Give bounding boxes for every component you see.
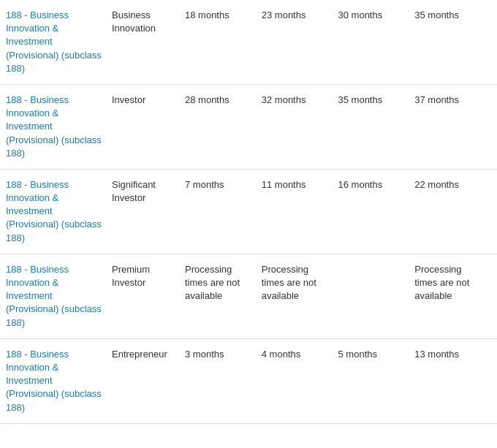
time-col-2: Processing times are not available (262, 263, 338, 303)
time-col-1: 18 months (185, 9, 262, 22)
visa-column: 188 - Business Innovation & Investment (… (6, 348, 112, 414)
table-row: 188 - Business Innovation & Investment (… (0, 85, 497, 170)
time-col-1: 7 months (185, 178, 262, 191)
time-text: 18 months (185, 10, 229, 20)
time-col-3: 35 months (338, 94, 415, 107)
time-col-4: Processing times are not available (414, 263, 491, 303)
stream-column: Premium Investor (112, 263, 185, 289)
time-col-3: 16 months (338, 178, 415, 191)
visa-column: 188 - Business Innovation & Investment (… (6, 94, 112, 160)
time-text: Processing times are not available (262, 264, 316, 301)
visa-link[interactable]: 188 - Business Innovation & Investment (… (6, 94, 102, 159)
time-text: 23 months (262, 10, 306, 20)
time-text: 37 months (414, 94, 459, 105)
visa-link[interactable]: 188 - Business Innovation & Investment (… (6, 349, 102, 413)
stream-text: Investor (112, 94, 145, 105)
visa-link[interactable]: 188 - Business Innovation & Investment (… (6, 264, 102, 328)
stream-column: Investor (112, 94, 185, 107)
table-row: 188 - Business Innovation & Investment (… (0, 339, 497, 424)
time-text: 7 months (185, 179, 224, 190)
time-text: 11 months (262, 179, 306, 190)
time-col-1: Processing times are not available (185, 263, 262, 303)
time-col-2: 11 months (262, 178, 338, 191)
time-col-4: 13 months (414, 348, 491, 361)
stream-text: Premium Investor (112, 264, 150, 288)
time-text: 28 months (185, 94, 229, 105)
stream-column: Significant Investor (112, 178, 185, 205)
time-text: 16 months (338, 179, 383, 190)
visa-link[interactable]: 188 - Business Innovation & Investment (… (6, 179, 102, 243)
time-text: 32 months (262, 94, 306, 105)
time-col-3: 30 months (338, 9, 415, 22)
time-text: 30 months (338, 10, 383, 20)
time-text: 35 months (414, 10, 459, 20)
stream-text: Significant Investor (112, 179, 156, 203)
table-row: 188 - Business Innovation & Investment (… (0, 254, 497, 339)
time-text: 13 months (414, 349, 459, 360)
time-text: Processing times are not available (414, 264, 469, 301)
visa-column: 188 - Business Innovation & Investment (… (6, 263, 112, 330)
time-col-4: 35 months (414, 9, 491, 22)
time-col-4: 37 months (414, 94, 491, 107)
time-col-1: 28 months (185, 94, 262, 107)
time-col-2: 23 months (262, 9, 338, 22)
stream-text: Entrepreneur (112, 349, 167, 360)
visa-column: 188 - Business Innovation & Investment (… (6, 9, 112, 75)
time-text: 5 months (338, 349, 377, 360)
time-text: Processing times are not available (185, 264, 240, 301)
time-text: 22 months (414, 179, 459, 190)
stream-column: Business Innovation (112, 9, 185, 35)
time-col-1: 3 months (185, 348, 262, 361)
table-row: 188 - Business Innovation & Investment (… (0, 170, 497, 254)
visa-column: 188 - Business Innovation & Investment (… (6, 178, 112, 245)
visa-link[interactable]: 188 - Business Innovation & Investment (… (6, 10, 102, 74)
time-text: 35 months (338, 94, 383, 105)
processing-times-table: 188 - Business Innovation & Investment (… (0, 0, 497, 424)
table-row: 188 - Business Innovation & Investment (… (0, 0, 497, 85)
time-col-3: 5 months (338, 348, 415, 361)
time-col-2: 32 months (262, 94, 338, 107)
time-col-2: 4 months (262, 348, 338, 361)
stream-column: Entrepreneur (112, 348, 185, 361)
time-col-4: 22 months (414, 178, 491, 191)
stream-text: Business Innovation (112, 10, 156, 34)
time-text: 3 months (185, 349, 224, 360)
time-text: 4 months (262, 349, 300, 360)
